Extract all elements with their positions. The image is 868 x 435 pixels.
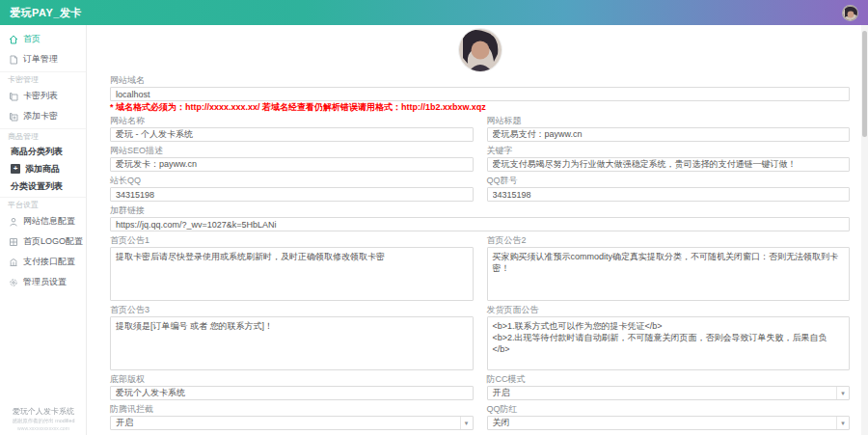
footer-url: www.xxxxxxxxxxxx.com — [7, 425, 81, 430]
copy-plus-icon — [9, 112, 18, 122]
site-name-input[interactable] — [110, 127, 474, 142]
sidebar-item-label: 卡密列表 — [23, 90, 58, 102]
plus-square-icon: + — [11, 164, 20, 174]
sidebar-item-label: 添加卡密 — [23, 110, 58, 122]
dropdown-arrow-icon: ▾ — [836, 417, 849, 429]
site-title-label: 网站标题 — [487, 117, 851, 125]
notice3-label: 首页公告3 — [110, 306, 474, 314]
field-notice3: 首页公告3 提取须是[订单编号 或者 您的联系方式]！ — [110, 301, 474, 370]
copyright-label: 底部版权 — [110, 375, 474, 384]
cc-mode-value: 开启 — [488, 387, 837, 399]
qq-label: 站长QQ — [110, 177, 474, 185]
sidebar-item-logo-config[interactable]: 首页LOGO配置 — [0, 231, 86, 252]
qq-group-input[interactable] — [487, 187, 851, 202]
bank-icon — [9, 258, 18, 267]
sidebar-item-card-list[interactable]: 卡密列表 — [0, 86, 86, 106]
copy-icon — [9, 92, 18, 101]
sidebar-nav: 首页 订单管理 卡密管理 卡密列表 添加卡密 商品管理 商品分类列表 + 添加商… — [0, 25, 87, 435]
copyright-input[interactable] — [110, 386, 474, 400]
field-qq-group: QQ群号 — [487, 172, 851, 202]
tencent-block-select[interactable]: 开启 ▾ — [110, 416, 474, 430]
tencent-block-value: 开启 — [111, 417, 460, 429]
sidebar-item-label: 订单管理 — [23, 53, 58, 66]
qq-group-label: QQ群号 — [487, 177, 851, 185]
sidebar-item-label: 网站信息配置 — [23, 215, 75, 228]
field-notice1: 首页公告1 提取卡密后请尽快登录使用或系统刷新时，及时正确领取修改领取卡密 — [110, 231, 474, 301]
domain-input[interactable] — [110, 87, 850, 101]
grid-icon — [9, 237, 18, 247]
field-copyright: 底部版权 — [110, 370, 474, 400]
field-site-title: 网站标题 — [487, 112, 851, 142]
sidebar-item-label: 支付接口配置 — [23, 256, 75, 268]
dropdown-arrow-icon: ▾ — [460, 417, 473, 429]
cc-mode-select[interactable]: 开启 ▾ — [487, 386, 851, 400]
profile-avatar-image — [459, 29, 502, 71]
sidebar-section-cards: 卡密管理 — [0, 71, 86, 86]
delivery-notice-textarea[interactable]: <b>1.联系方式也可以作为您的提卡凭证</b> <b>2.出现等待付款时请自动… — [487, 316, 851, 370]
footer-credit: 感谢原作者的付出 modified — [5, 417, 83, 424]
profile-avatar[interactable] — [459, 29, 502, 71]
sidebar-item-label: 分类设置列表 — [11, 180, 63, 193]
sidebar-item-category-settings[interactable]: 分类设置列表 — [0, 177, 86, 195]
user-icon — [9, 217, 18, 227]
domain-format-hint: * 域名格式必须为：http://xxxx.xxx.xx/ 若域名经查看仍解析错… — [110, 103, 850, 112]
qq-antired-label: QQ防红 — [487, 405, 851, 414]
notice3-textarea[interactable]: 提取须是[订单编号 或者 您的联系方式]！ — [110, 316, 474, 370]
site-desc-label: 网站SEO描述 — [110, 147, 474, 155]
qq-antired-value: 关闭 — [488, 417, 837, 429]
sidebar-item-orders[interactable]: 订单管理 — [0, 49, 86, 69]
cc-mode-label: 防CC模式 — [487, 375, 851, 384]
sidebar-item-payment-config[interactable]: 支付接口配置 — [0, 252, 86, 272]
field-keywords: 关键字 — [487, 142, 851, 172]
app-title: 爱玩PAY_发卡 — [10, 6, 82, 20]
field-cc-mode: 防CC模式 开启 ▾ — [487, 370, 851, 400]
site-title-input[interactable] — [487, 127, 851, 142]
field-site-name: 网站名称 — [110, 112, 474, 142]
sidebar-section-goods: 商品管理 — [0, 128, 86, 143]
site-desc-input[interactable] — [110, 157, 474, 172]
sidebar-item-label: 管理员设置 — [23, 276, 67, 288]
sidebar-footer: 爱玩个人发卡系统 感谢原作者的付出 modified www.xxxxxxxxx… — [0, 406, 87, 431]
sidebar-section-platform: 平台设置 — [0, 197, 86, 211]
field-delivery-notice: 发货页面公告 <b>1.联系方式也可以作为您的提卡凭证</b> <b>2.出现等… — [487, 301, 851, 370]
notice1-label: 首页公告1 — [110, 236, 474, 245]
site-info-config-form: 网站域名 * 域名格式必须为：http://xxxx.xxx.xx/ 若域名经查… — [88, 25, 861, 435]
footer-system-name: 爱玩个人发卡系统 — [0, 406, 87, 417]
sidebar-item-add-card[interactable]: 添加卡密 — [0, 106, 86, 126]
sidebar-item-label: 首页 — [23, 33, 41, 45]
gear-icon — [9, 278, 18, 287]
field-tencent-block: 防腾讯拦截 开启 ▾ — [110, 400, 474, 430]
keywords-label: 关键字 — [487, 147, 851, 155]
scrollbar-thumb[interactable] — [862, 31, 867, 137]
user-avatar-image — [843, 6, 858, 21]
notice2-label: 首页公告2 — [487, 236, 851, 245]
qq-input[interactable] — [110, 187, 474, 202]
keywords-input[interactable] — [487, 157, 851, 172]
sidebar-item-add-goods[interactable]: + 添加商品 — [0, 160, 86, 177]
field-qq-antired: QQ防红 关闭 ▾ — [487, 400, 851, 430]
vertical-scrollbar[interactable] — [861, 25, 868, 435]
group-link-label: 加群链接 — [110, 206, 850, 215]
field-qq: 站长QQ — [110, 172, 474, 202]
delivery-notice-label: 发货页面公告 — [487, 306, 851, 314]
domain-label: 网站域名 — [110, 76, 850, 85]
sidebar-item-site-info-config[interactable]: 网站信息配置 — [0, 211, 86, 231]
notice1-textarea[interactable]: 提取卡密后请尽快登录使用或系统刷新时，及时正确领取修改领取卡密 — [110, 247, 474, 301]
user-avatar[interactable] — [842, 5, 858, 21]
field-site-desc: 网站SEO描述 — [110, 142, 474, 172]
sidebar-item-home[interactable]: 首页 — [0, 29, 86, 49]
field-domain: 网站域名 * 域名格式必须为：http://xxxx.xxx.xx/ 若域名经查… — [110, 76, 850, 112]
home-icon — [9, 35, 18, 44]
sidebar-item-label: 添加商品 — [25, 163, 60, 176]
notice2-textarea[interactable]: 买家购买须认准预示commodity确定真实提取分类，不可随机关闭窗口：否则无法… — [487, 247, 851, 301]
group-link-input[interactable] — [110, 217, 850, 231]
field-notice2: 首页公告2 买家购买须认准预示commodity确定真实提取分类，不可随机关闭窗… — [487, 231, 851, 301]
dropdown-arrow-icon: ▾ — [836, 387, 849, 399]
field-group-link: 加群链接 — [110, 206, 850, 231]
sidebar-item-goods-category-list[interactable]: 商品分类列表 — [0, 143, 86, 160]
tencent-block-label: 防腾讯拦截 — [110, 405, 474, 414]
sidebar-item-label: 商品分类列表 — [11, 146, 63, 158]
sidebar-item-admin-settings[interactable]: 管理员设置 — [0, 272, 86, 292]
qq-antired-select[interactable]: 关闭 ▾ — [487, 416, 851, 430]
sidebar-item-label: 首页LOGO配置 — [23, 235, 83, 248]
